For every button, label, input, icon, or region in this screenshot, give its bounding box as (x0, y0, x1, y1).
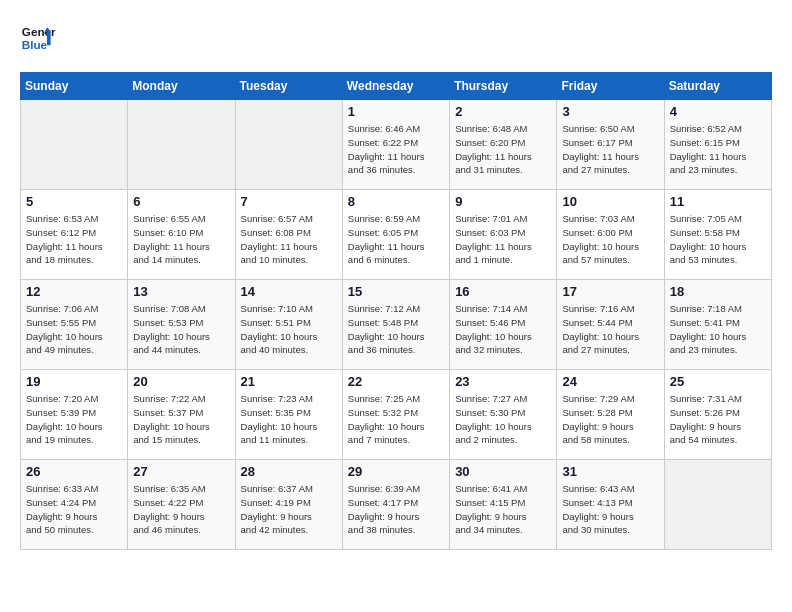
page-header: General Blue (20, 20, 772, 56)
logo-icon: General Blue (20, 20, 56, 56)
day-info: Sunrise: 7:10 AM Sunset: 5:51 PM Dayligh… (241, 302, 337, 357)
day-info: Sunrise: 6:33 AM Sunset: 4:24 PM Dayligh… (26, 482, 122, 537)
day-cell: 8Sunrise: 6:59 AM Sunset: 6:05 PM Daylig… (342, 190, 449, 280)
svg-text:General: General (22, 25, 56, 38)
day-header-thursday: Thursday (450, 73, 557, 100)
day-cell: 26Sunrise: 6:33 AM Sunset: 4:24 PM Dayli… (21, 460, 128, 550)
header-row: SundayMondayTuesdayWednesdayThursdayFrid… (21, 73, 772, 100)
day-cell: 4Sunrise: 6:52 AM Sunset: 6:15 PM Daylig… (664, 100, 771, 190)
day-number: 2 (455, 104, 551, 119)
day-info: Sunrise: 7:16 AM Sunset: 5:44 PM Dayligh… (562, 302, 658, 357)
day-info: Sunrise: 6:53 AM Sunset: 6:12 PM Dayligh… (26, 212, 122, 267)
day-cell: 5Sunrise: 6:53 AM Sunset: 6:12 PM Daylig… (21, 190, 128, 280)
day-cell: 16Sunrise: 7:14 AM Sunset: 5:46 PM Dayli… (450, 280, 557, 370)
day-number: 16 (455, 284, 551, 299)
day-cell: 7Sunrise: 6:57 AM Sunset: 6:08 PM Daylig… (235, 190, 342, 280)
day-number: 10 (562, 194, 658, 209)
day-info: Sunrise: 7:05 AM Sunset: 5:58 PM Dayligh… (670, 212, 766, 267)
day-header-saturday: Saturday (664, 73, 771, 100)
day-info: Sunrise: 6:41 AM Sunset: 4:15 PM Dayligh… (455, 482, 551, 537)
day-number: 3 (562, 104, 658, 119)
day-info: Sunrise: 7:08 AM Sunset: 5:53 PM Dayligh… (133, 302, 229, 357)
day-info: Sunrise: 7:14 AM Sunset: 5:46 PM Dayligh… (455, 302, 551, 357)
day-cell (235, 100, 342, 190)
day-info: Sunrise: 6:57 AM Sunset: 6:08 PM Dayligh… (241, 212, 337, 267)
day-info: Sunrise: 7:23 AM Sunset: 5:35 PM Dayligh… (241, 392, 337, 447)
day-info: Sunrise: 7:31 AM Sunset: 5:26 PM Dayligh… (670, 392, 766, 447)
day-info: Sunrise: 7:01 AM Sunset: 6:03 PM Dayligh… (455, 212, 551, 267)
day-cell: 21Sunrise: 7:23 AM Sunset: 5:35 PM Dayli… (235, 370, 342, 460)
day-number: 7 (241, 194, 337, 209)
day-info: Sunrise: 6:43 AM Sunset: 4:13 PM Dayligh… (562, 482, 658, 537)
day-cell: 18Sunrise: 7:18 AM Sunset: 5:41 PM Dayli… (664, 280, 771, 370)
day-cell: 10Sunrise: 7:03 AM Sunset: 6:00 PM Dayli… (557, 190, 664, 280)
day-number: 14 (241, 284, 337, 299)
day-number: 5 (26, 194, 122, 209)
day-cell (21, 100, 128, 190)
day-header-sunday: Sunday (21, 73, 128, 100)
day-info: Sunrise: 7:18 AM Sunset: 5:41 PM Dayligh… (670, 302, 766, 357)
day-cell: 20Sunrise: 7:22 AM Sunset: 5:37 PM Dayli… (128, 370, 235, 460)
week-row-1: 1Sunrise: 6:46 AM Sunset: 6:22 PM Daylig… (21, 100, 772, 190)
day-cell: 31Sunrise: 6:43 AM Sunset: 4:13 PM Dayli… (557, 460, 664, 550)
day-number: 17 (562, 284, 658, 299)
day-cell: 1Sunrise: 6:46 AM Sunset: 6:22 PM Daylig… (342, 100, 449, 190)
day-number: 29 (348, 464, 444, 479)
day-info: Sunrise: 7:06 AM Sunset: 5:55 PM Dayligh… (26, 302, 122, 357)
day-cell: 25Sunrise: 7:31 AM Sunset: 5:26 PM Dayli… (664, 370, 771, 460)
day-number: 20 (133, 374, 229, 389)
day-header-tuesday: Tuesday (235, 73, 342, 100)
day-number: 13 (133, 284, 229, 299)
day-number: 15 (348, 284, 444, 299)
calendar-table: SundayMondayTuesdayWednesdayThursdayFrid… (20, 72, 772, 550)
day-number: 9 (455, 194, 551, 209)
week-row-3: 12Sunrise: 7:06 AM Sunset: 5:55 PM Dayli… (21, 280, 772, 370)
day-cell: 28Sunrise: 6:37 AM Sunset: 4:19 PM Dayli… (235, 460, 342, 550)
day-number: 21 (241, 374, 337, 389)
day-number: 30 (455, 464, 551, 479)
day-cell: 6Sunrise: 6:55 AM Sunset: 6:10 PM Daylig… (128, 190, 235, 280)
day-header-monday: Monday (128, 73, 235, 100)
day-cell: 13Sunrise: 7:08 AM Sunset: 5:53 PM Dayli… (128, 280, 235, 370)
day-cell: 24Sunrise: 7:29 AM Sunset: 5:28 PM Dayli… (557, 370, 664, 460)
day-cell: 11Sunrise: 7:05 AM Sunset: 5:58 PM Dayli… (664, 190, 771, 280)
day-cell: 30Sunrise: 6:41 AM Sunset: 4:15 PM Dayli… (450, 460, 557, 550)
day-info: Sunrise: 7:12 AM Sunset: 5:48 PM Dayligh… (348, 302, 444, 357)
day-number: 24 (562, 374, 658, 389)
day-number: 27 (133, 464, 229, 479)
day-number: 23 (455, 374, 551, 389)
day-info: Sunrise: 6:59 AM Sunset: 6:05 PM Dayligh… (348, 212, 444, 267)
day-info: Sunrise: 7:20 AM Sunset: 5:39 PM Dayligh… (26, 392, 122, 447)
day-cell: 14Sunrise: 7:10 AM Sunset: 5:51 PM Dayli… (235, 280, 342, 370)
day-number: 8 (348, 194, 444, 209)
day-cell: 2Sunrise: 6:48 AM Sunset: 6:20 PM Daylig… (450, 100, 557, 190)
day-cell: 12Sunrise: 7:06 AM Sunset: 5:55 PM Dayli… (21, 280, 128, 370)
day-cell: 15Sunrise: 7:12 AM Sunset: 5:48 PM Dayli… (342, 280, 449, 370)
day-header-wednesday: Wednesday (342, 73, 449, 100)
day-number: 6 (133, 194, 229, 209)
day-info: Sunrise: 6:39 AM Sunset: 4:17 PM Dayligh… (348, 482, 444, 537)
day-info: Sunrise: 6:37 AM Sunset: 4:19 PM Dayligh… (241, 482, 337, 537)
day-header-friday: Friday (557, 73, 664, 100)
day-info: Sunrise: 6:55 AM Sunset: 6:10 PM Dayligh… (133, 212, 229, 267)
week-row-5: 26Sunrise: 6:33 AM Sunset: 4:24 PM Dayli… (21, 460, 772, 550)
day-cell: 29Sunrise: 6:39 AM Sunset: 4:17 PM Dayli… (342, 460, 449, 550)
day-info: Sunrise: 7:22 AM Sunset: 5:37 PM Dayligh… (133, 392, 229, 447)
day-cell: 23Sunrise: 7:27 AM Sunset: 5:30 PM Dayli… (450, 370, 557, 460)
day-info: Sunrise: 7:27 AM Sunset: 5:30 PM Dayligh… (455, 392, 551, 447)
day-number: 28 (241, 464, 337, 479)
week-row-4: 19Sunrise: 7:20 AM Sunset: 5:39 PM Dayli… (21, 370, 772, 460)
svg-text:Blue: Blue (22, 38, 48, 51)
day-number: 1 (348, 104, 444, 119)
day-cell: 22Sunrise: 7:25 AM Sunset: 5:32 PM Dayli… (342, 370, 449, 460)
week-row-2: 5Sunrise: 6:53 AM Sunset: 6:12 PM Daylig… (21, 190, 772, 280)
day-number: 18 (670, 284, 766, 299)
day-cell (664, 460, 771, 550)
day-number: 22 (348, 374, 444, 389)
logo: General Blue (20, 20, 56, 56)
day-cell: 3Sunrise: 6:50 AM Sunset: 6:17 PM Daylig… (557, 100, 664, 190)
day-number: 31 (562, 464, 658, 479)
day-info: Sunrise: 6:52 AM Sunset: 6:15 PM Dayligh… (670, 122, 766, 177)
day-info: Sunrise: 7:03 AM Sunset: 6:00 PM Dayligh… (562, 212, 658, 267)
day-info: Sunrise: 6:46 AM Sunset: 6:22 PM Dayligh… (348, 122, 444, 177)
